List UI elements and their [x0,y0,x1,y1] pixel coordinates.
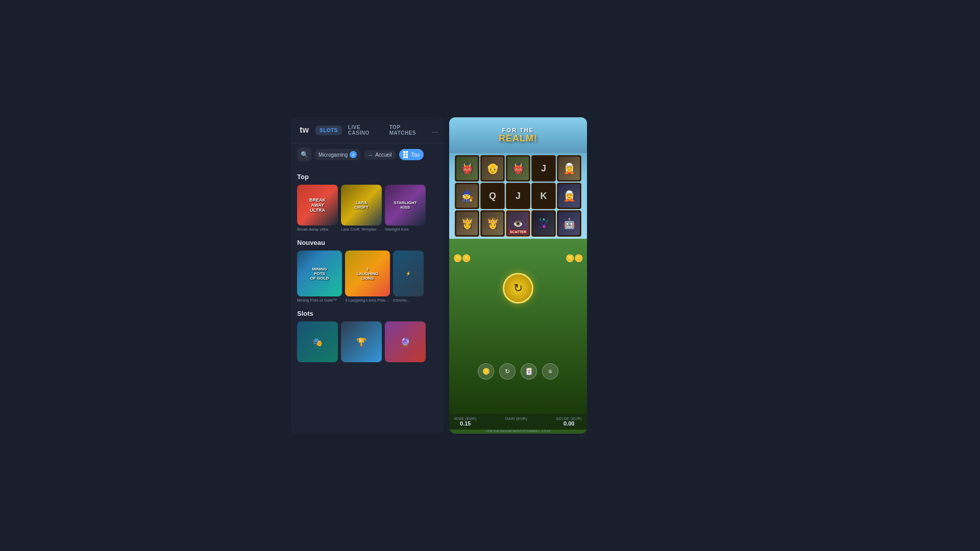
mise-value: 0.15 [454,420,477,427]
left-panel: tw SLOTS LIVE CASINO TOP MATCHES ... 🔍 M… [291,117,444,434]
reel-cell-2-1: 🧙 [455,183,479,209]
reel-cell-1-1: 👹 [455,155,479,182]
slots-games-grid: 🎭 🏆 🔮 [297,321,438,362]
reel-cell-2-3: J [506,183,530,209]
game-name-starlight: Starlight Kiss [385,227,426,232]
stats-bar: MISE (EUR) 0.15 GAIN (EUR) SOLDE (EUR) 0… [449,414,587,430]
autoplay-icon: ↻ [505,368,510,375]
nouveau-games-grid: MININGPOTSOF GOLD Mining Pots of Gold™ 3… [297,251,438,303]
game-controls: 🪙 ↻ 🃏 ≡ [478,363,558,380]
game-thumb-break-away: BREAKAWAYULTRA [297,185,338,226]
reel-cell-3-4: 🦹 [531,210,556,237]
game-title-realm: REALM! [499,133,537,144]
char-elf-icon-2: 👸 [456,212,478,235]
provider-filter-chip[interactable]: Microgaming 2 [314,149,361,160]
game-footer: FOR THE REALM! MASCOT GAMING 1.0-26 [449,430,587,434]
options-icon: 🃏 [525,368,533,375]
game-card-break-away[interactable]: BREAKAWAYULTRA Break Away Ultra [297,185,338,232]
game-name-break-away: Break Away Ultra [297,227,338,232]
section-nouveau: Nouveau MININGPOTSOF GOLD Mining Pots of… [297,239,438,303]
nav-header: tw SLOTS LIVE CASINO TOP MATCHES ... [291,117,444,143]
reel-cell-2-5: 🧝 [557,183,581,209]
tab-top-matches[interactable]: TOP MATCHES [385,122,428,138]
game-panel: FOR THE REALM! 👹 👴 👹 [449,117,587,434]
game-bottom: 🪙🪙 🪙🪙 ↻ 🪙 ↻ 🃏 ≡ [449,239,587,414]
gain-label: GAIN (EUR) [505,417,528,420]
char-elf-icon: 🧝 [558,157,580,180]
reel-row-3: 👸 👸 👁️ SCATTER 🦹 � [452,210,584,237]
game-thumb-mining: MININGPOTSOF GOLD [297,251,342,296]
game-title-for: FOR THE [499,127,537,133]
gain-value [505,420,528,427]
mise-label: MISE (EUR) [454,417,477,420]
game-title: FOR THE REALM! [499,127,537,144]
j-symbol-2: J [516,191,521,202]
chips-button[interactable]: 🪙 [478,363,494,380]
game-thumb-slot-1: 🎭 [297,321,338,362]
stat-solde: SOLDE (EUR) 0.00 [556,417,582,427]
game-card-slot-1[interactable]: 🎭 [297,321,338,362]
char-dark-icon: 🦹 [533,212,554,235]
solde-label: SOLDE (EUR) [556,417,582,420]
q-symbol: Q [489,191,496,202]
reel-cell-3-5: 🤖 [557,210,581,237]
reel-cell-2-2: Q [480,183,505,209]
stat-mise: MISE (EUR) 0.15 [454,417,477,427]
game-title-area: FOR THE REALM! [449,117,587,153]
game-card-chronic[interactable]: ⚡ Chronic... [393,251,438,303]
reel-cell-1-3: 👹 [506,155,530,182]
game-card-lara[interactable]: LARACROFT Lara Croft: Temples a... [341,185,382,232]
back-arrow-icon: ← [368,152,373,158]
game-name-chronic: Chronic... [393,298,438,303]
provider-count-badge: 2 [350,151,357,158]
spin-button[interactable]: ↻ [503,273,533,304]
scatter-label: SCATTER [508,230,528,234]
menu-button[interactable]: ≡ [542,363,558,380]
games-content: Top BREAKAWAYULTRA Break Away Ultra LARA… [291,166,444,434]
game-thumb-starlight: STARLIGHTKISS [385,185,426,226]
reel-cell-3-1: 👸 [455,210,479,237]
char-dwarf-icon-2: 🧙 [456,184,478,208]
nav-more-button[interactable]: ... [432,126,438,134]
game-card-starlight[interactable]: STARLIGHTKISS Starlight Kiss [385,185,426,232]
game-thumb-slot-2: 🏆 [341,321,382,362]
nav-tabs: SLOTS LIVE CASINO TOP MATCHES [315,122,428,138]
char-wizard-icon: 🧝 [558,184,580,208]
all-filter-chip[interactable]: Tou [399,149,424,160]
game-thumb-chronic: ⚡ [393,251,424,296]
k-symbol: K [541,191,547,202]
game-thumb-slot-3: 🔮 [385,321,426,362]
reel-cell-3-3-scatter: 👁️ SCATTER [506,210,530,237]
options-button[interactable]: 🃏 [521,363,537,380]
logo-text: tw [300,126,309,135]
game-card-slot-3[interactable]: 🔮 [385,321,426,362]
coins-left: 🪙🪙 [453,254,471,262]
game-thumb-lara: LARACROFT [341,185,382,226]
tab-live-casino[interactable]: LIVE CASINO [344,122,383,138]
game-card-lions[interactable]: 3LAUGHINGLIONS 3 Laughing Lions Power Co… [345,251,390,303]
game-thumb-lions: 3LAUGHINGLIONS [345,251,390,296]
reels-container: 👹 👴 👹 J 🧝 [449,153,587,239]
j-symbol: J [541,163,546,174]
reel-cell-1-5: 🧝 [557,155,581,182]
stat-gain: GAIN (EUR) [505,417,528,427]
section-top: Top BREAKAWAYULTRA Break Away Ultra LARA… [297,173,438,232]
back-filter-chip[interactable]: ← Accueil [364,150,396,160]
section-nouveau-title: Nouveau [297,239,438,246]
search-button[interactable]: 🔍 [297,147,311,162]
tab-slots[interactable]: SLOTS [315,126,342,135]
char-elf-icon-3: 👸 [482,212,503,235]
spin-icon: ↻ [513,282,523,295]
reel-cell-1-4: J [531,155,556,182]
autoplay-button[interactable]: ↻ [499,363,516,380]
game-card-slot-2[interactable]: 🏆 [341,321,382,362]
game-name-lions: 3 Laughing Lions Power Co... [345,298,390,303]
menu-icon: ≡ [548,368,552,375]
game-card-mining[interactable]: MININGPOTSOF GOLD Mining Pots of Gold™ [297,251,342,303]
filter-row: 🔍 Microgaming 2 ← Accueil [291,143,444,166]
char-dwarf-icon: 👴 [482,157,503,180]
reel-cell-2-4: K [531,183,556,209]
reel-row-2: 🧙 Q J K 🧝 [452,183,584,209]
reel-row-1: 👹 👴 👹 J 🧝 [452,155,584,182]
provider-label: Microgaming [318,152,348,158]
